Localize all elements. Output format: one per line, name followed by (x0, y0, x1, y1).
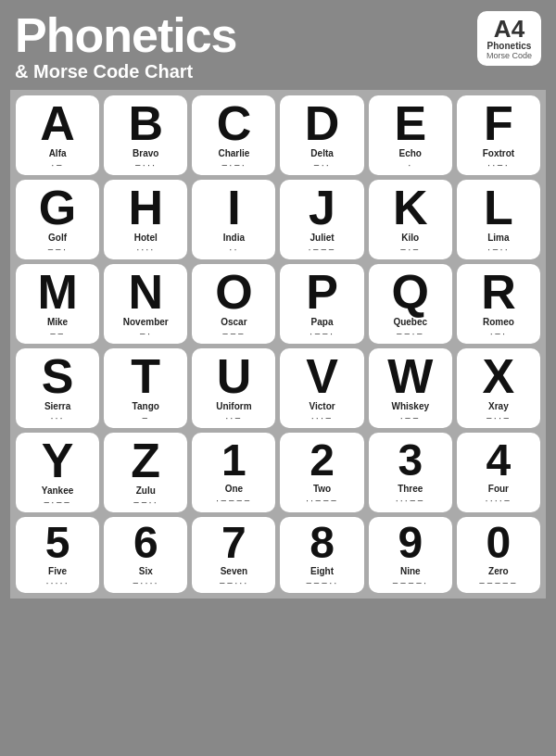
badge-a4: A4 (494, 17, 524, 41)
card-name: November (123, 317, 169, 327)
card-name: Tango (133, 401, 159, 411)
card-letter: Q (392, 268, 429, 316)
phonetic-card-5: 5Five····· (16, 517, 99, 593)
phonetic-card-l: LLima·−·· (457, 180, 540, 259)
card-name: One (225, 484, 243, 494)
card-letter: U (217, 352, 252, 400)
phonetic-card-4: 4Four····− (457, 433, 540, 512)
card-name: Zero (488, 566, 509, 576)
card-morse: ··−−− (306, 495, 338, 506)
phonetic-card-2: 2Two··−−− (280, 433, 363, 512)
phonetic-card-r: RRomeo·−· (457, 264, 540, 344)
card-name: Whiskey (391, 401, 429, 411)
card-morse: −−·− (397, 328, 424, 339)
card-name: Bravo (133, 148, 158, 158)
card-morse: ·−− (400, 412, 421, 423)
card-morse: −···· (133, 577, 159, 588)
phonetic-card-o: OOscar−−− (192, 264, 275, 344)
card-name: India (223, 233, 245, 243)
card-name: Juliet (310, 233, 335, 243)
card-name: Two (313, 484, 331, 494)
card-letter: K (393, 183, 428, 232)
card-name: Four (488, 484, 509, 494)
card-morse: −·· (313, 159, 331, 170)
phonetic-card-i: IIndia·· (192, 180, 275, 259)
card-name: Papa (311, 317, 334, 327)
card-name: Oscar (221, 317, 246, 327)
card-name: Alfa (49, 148, 67, 158)
card-morse: ···− (311, 412, 334, 423)
card-morse: ··− (225, 412, 243, 423)
phonetics-grid: AAlfa·−BBravo−···CCharlie−·−·DDelta−··EE… (10, 90, 546, 598)
phonetic-card-f: FFoxtrot··−· (457, 95, 540, 175)
phonetic-card-m: MMike−− (16, 264, 99, 344)
card-name: Six (139, 566, 153, 576)
card-morse: −−−−− (479, 577, 518, 588)
card-letter: R (481, 268, 516, 316)
card-morse: ·· (229, 244, 238, 255)
card-morse: ·−−− (308, 244, 335, 255)
card-name: Nine (400, 566, 421, 576)
card-letter: 5 (45, 521, 70, 565)
card-name: Kilo (401, 233, 419, 243)
card-name: Yankee (42, 485, 73, 496)
header: Phonetics & Morse Code Chart A4 Phonetic… (0, 0, 556, 90)
phonetic-card-a: AAlfa·− (16, 95, 99, 175)
title-sub: & Morse Code Chart (15, 61, 237, 82)
card-morse: −−− (222, 328, 246, 339)
phonetic-card-z: ZZulu−−·· (104, 433, 187, 512)
card-letter: C (217, 99, 252, 147)
phonetic-card-e: EEcho· (369, 95, 452, 175)
card-name: Xray (488, 401, 509, 411)
badge-morse-label: Morse Code (486, 51, 532, 60)
phonetic-card-x: XXray−··− (457, 348, 540, 428)
phonetic-card-g: GGolf−−· (16, 180, 99, 259)
card-name: Zulu (136, 485, 156, 496)
card-letter: Z (131, 436, 160, 485)
card-letter: Y (42, 436, 74, 485)
card-morse: −−−−· (392, 577, 428, 588)
card-letter: S (42, 352, 74, 400)
phonetic-card-n: NNovember−· (104, 264, 187, 344)
phonetic-card-0: 0Zero−−−−− (457, 517, 540, 593)
card-letter: 7 (221, 521, 246, 565)
card-name: Sierra (44, 401, 70, 411)
card-letter: P (306, 268, 338, 316)
phonetic-card-6: 6Six−···· (104, 517, 187, 593)
card-letter: W (387, 352, 433, 400)
card-morse: −·−· (221, 159, 246, 170)
card-morse: −− (50, 328, 66, 339)
card-name: Golf (48, 233, 67, 243)
card-name: Delta (310, 148, 333, 158)
title-block: Phonetics & Morse Code Chart (15, 11, 237, 82)
card-letter: 3 (398, 438, 423, 483)
phonetic-card-p: PPapa·−−· (280, 264, 363, 344)
card-letter: J (309, 183, 335, 232)
card-morse: ·−·· (487, 244, 510, 255)
card-letter: F (484, 99, 513, 147)
phonetic-card-d: DDelta−·· (280, 95, 363, 175)
card-letter: 0 (486, 521, 512, 565)
title-main: Phonetics (15, 11, 237, 59)
phonetic-card-q: QQuebec−−·− (369, 264, 452, 344)
card-morse: ·−−· (310, 328, 335, 339)
card-morse: ··−· (487, 159, 510, 170)
card-letter: 2 (310, 438, 335, 483)
card-name: Victor (309, 401, 335, 411)
card-name: Eight (310, 566, 334, 576)
phonetic-card-s: SSierra··· (16, 348, 99, 428)
card-name: Foxtrot (483, 148, 514, 158)
card-morse: −· (140, 328, 152, 339)
card-letter: 1 (221, 438, 246, 483)
card-letter: O (215, 268, 252, 316)
phonetic-card-v: VVictor···− (280, 348, 363, 428)
card-morse: −−−·· (306, 577, 338, 588)
card-letter: 6 (133, 521, 158, 565)
card-letter: X (483, 352, 515, 400)
card-letter: 9 (398, 521, 423, 565)
card-name: Lima (487, 233, 509, 243)
phonetic-card-3: 3Three···−− (369, 433, 452, 512)
card-morse: −−··· (219, 577, 248, 588)
phonetic-card-y: YYankee−·−− (16, 433, 99, 512)
phonetic-card-u: UUniform··− (192, 348, 275, 428)
